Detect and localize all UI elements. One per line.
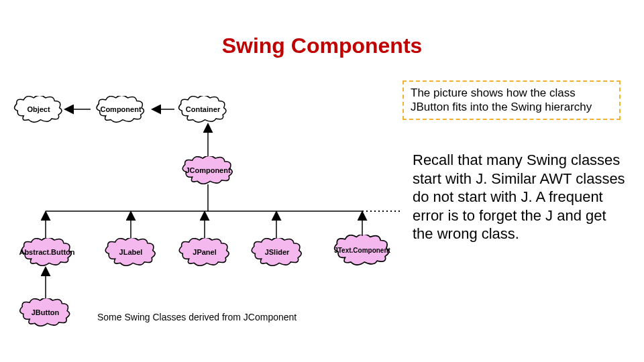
diagram-caption: Some Swing Classes derived from JCompone…	[97, 312, 297, 322]
annotation-box: The picture shows how the class JButton …	[402, 80, 621, 120]
hierarchy-diagram: Object Component Container JComponent Ab…	[7, 84, 402, 352]
body-paragraph: Recall that many Swing classes start wit…	[413, 151, 627, 243]
page-title: Swing Components	[0, 34, 644, 58]
